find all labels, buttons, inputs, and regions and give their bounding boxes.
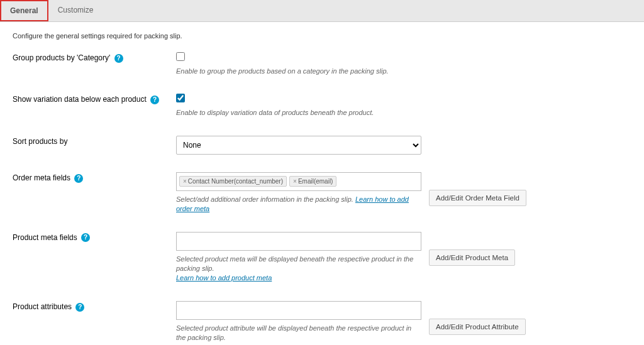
help-icon[interactable]: ?	[75, 303, 84, 312]
settings-content: Configure the general settings required …	[0, 22, 644, 345]
productmeta-tagbox[interactable]	[176, 232, 421, 251]
add-edit-product-meta-button[interactable]: Add/Edit Product Meta	[429, 249, 515, 266]
add-edit-order-meta-button[interactable]: Add/Edit Order Meta Field	[429, 190, 526, 206]
productattr-tagbox[interactable]	[176, 301, 421, 320]
row-variation: Show variation data below each product ?…	[13, 94, 631, 118]
intro-text: Configure the general settings required …	[13, 32, 631, 40]
sort-select[interactable]: None	[176, 136, 421, 155]
group-checkbox[interactable]	[176, 52, 185, 61]
variation-label: Show variation data below each product	[13, 95, 147, 104]
ordermeta-desc: Select/add additional order information …	[176, 195, 421, 214]
help-icon[interactable]: ?	[74, 174, 83, 183]
sort-label: Sort products by	[13, 137, 67, 146]
tag-email[interactable]: ×Email(email)	[289, 176, 336, 187]
row-product-attributes: Product attributes ? Selected product at…	[13, 301, 631, 345]
close-icon[interactable]: ×	[183, 178, 187, 185]
productmeta-desc: Selected product meta will be displayed …	[176, 255, 421, 283]
add-edit-product-attribute-button[interactable]: Add/Edit Product Attribute	[429, 319, 526, 335]
row-group-products: Group products by 'Category' ? Enable to…	[13, 52, 631, 76]
link-learn-product-meta[interactable]: Learn how to add product meta	[176, 274, 272, 282]
variation-desc: Enable to display variation data of prod…	[176, 108, 421, 118]
close-icon[interactable]: ×	[293, 178, 297, 185]
productattr-desc: Selected product attribute will be displ…	[176, 324, 421, 345]
tab-customize[interactable]: Customize	[48, 0, 103, 21]
ordermeta-tagbox[interactable]: ×Contact Number(contact_number) ×Email(e…	[176, 172, 421, 191]
help-icon[interactable]: ?	[114, 54, 123, 63]
tag-contact-number[interactable]: ×Contact Number(contact_number)	[179, 176, 287, 187]
tab-bar: General Customize	[0, 0, 644, 22]
tab-general[interactable]: General	[0, 0, 48, 21]
group-desc: Enable to group the products based on a …	[176, 67, 421, 76]
group-label: Group products by 'Category'	[13, 53, 110, 62]
help-icon[interactable]: ?	[150, 96, 159, 104]
row-order-meta: Order meta fields ? ×Contact Number(cont…	[13, 172, 631, 214]
help-icon[interactable]: ?	[81, 233, 90, 242]
row-sort: Sort products by None	[13, 136, 631, 155]
row-product-meta: Product meta fields ? Selected product m…	[13, 232, 631, 283]
ordermeta-label: Order meta fields	[13, 173, 70, 182]
variation-checkbox[interactable]	[176, 94, 185, 102]
productattr-label: Product attributes	[13, 302, 72, 311]
productmeta-label: Product meta fields	[13, 233, 77, 242]
